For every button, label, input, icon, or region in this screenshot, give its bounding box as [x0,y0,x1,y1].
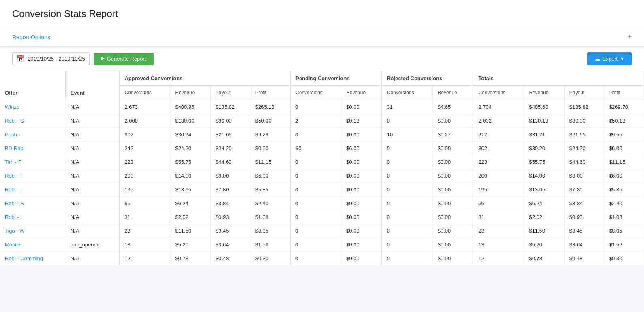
offer-cell[interactable]: Tim - F [0,155,65,169]
tot-conv-cell: 13 [473,238,524,252]
app-conv-cell: 13 [119,238,170,252]
rej-rev-cell: $0.00 [432,224,473,238]
export-button[interactable]: ☁ Export ▼ [587,52,632,65]
offer-cell[interactable]: Push - [0,128,65,142]
toolbar-left: 📅 2019/10/25 - 2019/10/25 Generate Repor… [12,52,154,65]
event-cell: N/A [65,155,119,169]
offer-cell[interactable]: Winzo [0,100,65,114]
event-cell: N/A [65,197,119,210]
app-conv-cell: 2,673 [119,100,170,114]
event-cell: N/A [65,169,119,183]
table-row: Robi - I N/A 31 $2.02 $0.93 $1.08 0 $0.0… [0,210,644,224]
tot-rev-cell: $14.00 [524,169,564,183]
app-rev-cell: $14.00 [170,169,210,183]
tot-pay-cell: $3.84 [564,197,604,210]
event-cell: N/A [65,100,119,114]
table-row: Mobile app_opened 13 $5.20 $3.64 $1.56 0… [0,238,644,252]
app-pay-cell: $24.20 [210,142,250,155]
tot-rev-cell: $6.24 [524,197,564,210]
sub-approved-payout: Payout [210,86,250,100]
conversion-stats-table: Offer Event Approved Conversions Pending… [0,71,644,265]
rej-rev-cell: $0.00 [432,210,473,224]
sub-totals-payout: Payout [564,86,604,100]
app-pay-cell: $3.84 [210,197,250,210]
rej-conv-cell: 0 [382,155,433,169]
play-icon [101,57,105,61]
table-group-header-row: Offer Event Approved Conversions Pending… [0,71,644,86]
app-prof-cell: $8.05 [250,224,290,238]
offer-cell[interactable]: Robi - I [0,169,65,183]
tot-prof-cell: $11.15 [604,155,644,169]
sub-rejected-revenue: Revenue [432,86,473,100]
tot-rev-cell: $5.20 [524,238,564,252]
rej-conv-cell: 0 [382,183,433,197]
app-prof-cell: $9.28 [250,128,290,142]
col-totals: Totals [473,71,644,86]
app-rev-cell: $30.94 [170,128,210,142]
generate-report-label: Generate Report [107,56,146,62]
offer-cell[interactable]: Robi - I [0,210,65,224]
app-prof-cell: $6.00 [250,169,290,183]
data-table-container: Offer Event Approved Conversions Pending… [0,71,644,265]
app-pay-cell: $21.65 [210,128,250,142]
app-conv-cell: 195 [119,183,170,197]
app-pay-cell: $44.60 [210,155,250,169]
offer-cell[interactable]: Robi - Comming [0,252,65,265]
sub-pending-conversions: Conversions [290,86,341,100]
offer-cell[interactable]: Mobile [0,238,65,252]
app-conv-cell: 2,000 [119,114,170,128]
app-prof-cell: $1.08 [250,210,290,224]
rej-conv-cell: 0 [382,238,433,252]
pend-conv-cell: 0 [290,100,341,114]
pend-rev-cell: $0.00 [341,155,382,169]
app-conv-cell: 96 [119,197,170,210]
app-rev-cell: $11.50 [170,224,210,238]
pend-conv-cell: 0 [290,128,341,142]
app-conv-cell: 200 [119,169,170,183]
date-range-picker[interactable]: 📅 2019/10/25 - 2019/10/25 [12,52,90,65]
app-conv-cell: 223 [119,155,170,169]
sub-pending-revenue: Revenue [341,86,382,100]
pend-conv-cell: 0 [290,155,341,169]
app-pay-cell: $135.82 [210,100,250,114]
pend-rev-cell: $6.00 [341,142,382,155]
table-row: Winzo N/A 2,673 $400.95 $135.82 $265.13 … [0,100,644,114]
offer-cell[interactable]: Robi - S [0,114,65,128]
rej-rev-cell: $0.00 [432,142,473,155]
app-rev-cell: $55.75 [170,155,210,169]
app-prof-cell: $2.40 [250,197,290,210]
tot-rev-cell: $130.13 [524,114,564,128]
app-prof-cell: $265.13 [250,100,290,114]
tot-conv-cell: 223 [473,155,524,169]
table-row: BD Rob N/A 242 $24.20 $24.20 $0.00 60 $6… [0,142,644,155]
offer-cell[interactable]: Robi - I [0,183,65,197]
app-prof-cell: $0.00 [250,142,290,155]
tot-rev-cell: $0.78 [524,252,564,265]
event-cell: N/A [65,252,119,265]
tot-pay-cell: $135.82 [564,100,604,114]
sub-totals-profit: Profit [604,86,644,100]
expand-icon[interactable]: + [627,33,632,41]
date-range-value: 2019/10/25 - 2019/10/25 [28,56,85,62]
tot-conv-cell: 12 [473,252,524,265]
tot-prof-cell: $5.85 [604,183,644,197]
tot-prof-cell: $1.56 [604,238,644,252]
pend-rev-cell: $0.00 [341,238,382,252]
report-options-toggle[interactable]: Report Options [12,34,50,40]
tot-pay-cell: $24.20 [564,142,604,155]
pend-conv-cell: 2 [290,114,341,128]
generate-report-button[interactable]: Generate Report [94,53,154,65]
tot-prof-cell: $0.30 [604,252,644,265]
pend-conv-cell: 0 [290,169,341,183]
cloud-icon: ☁ [595,55,600,62]
offer-cell[interactable]: Tigo - W [0,224,65,238]
rej-conv-cell: 0 [382,142,433,155]
rej-rev-cell: $0.00 [432,252,473,265]
offer-cell[interactable]: Robi - S [0,197,65,210]
table-row: Robi - Comming N/A 12 $0.78 $0.48 $0.30 … [0,252,644,265]
table-row: Robi - S N/A 2,000 $130.00 $80.00 $50.00… [0,114,644,128]
page-title: Conversion Stats Report [12,8,632,19]
tot-conv-cell: 195 [473,183,524,197]
event-cell: N/A [65,114,119,128]
offer-cell[interactable]: BD Rob [0,142,65,155]
